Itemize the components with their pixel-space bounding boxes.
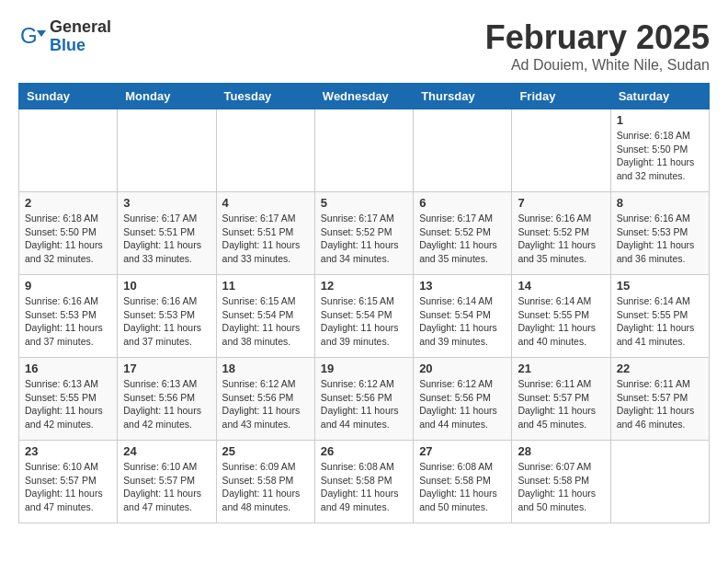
day-cell-2-5: 14Sunrise: 6:14 AM Sunset: 5:55 PM Dayli… — [512, 275, 610, 358]
day-cell-3-4: 20Sunrise: 6:12 AM Sunset: 5:56 PM Dayli… — [414, 358, 512, 441]
day-info: Sunrise: 6:18 AM Sunset: 5:50 PM Dayligh… — [25, 212, 111, 266]
day-info: Sunrise: 6:15 AM Sunset: 5:54 PM Dayligh… — [222, 294, 309, 349]
day-info: Sunrise: 6:17 AM Sunset: 5:51 PM Dayligh… — [222, 212, 309, 266]
day-number: 14 — [518, 279, 604, 293]
day-number: 21 — [518, 362, 604, 375]
day-cell-3-6: 22Sunrise: 6:11 AM Sunset: 5:57 PM Dayli… — [610, 358, 709, 441]
day-info: Sunrise: 6:11 AM Sunset: 5:57 PM Dayligh… — [518, 377, 604, 431]
day-info: Sunrise: 6:16 AM Sunset: 5:53 PM Dayligh… — [123, 294, 210, 349]
day-info: Sunrise: 6:14 AM Sunset: 5:55 PM Dayligh… — [617, 294, 703, 349]
day-cell-0-6: 1Sunrise: 6:18 AM Sunset: 5:50 PM Daylig… — [610, 109, 709, 192]
day-number: 22 — [617, 362, 703, 375]
day-cell-3-2: 18Sunrise: 6:12 AM Sunset: 5:56 PM Dayli… — [216, 358, 314, 441]
logo: G General Blue — [18, 18, 111, 55]
day-cell-1-2: 4Sunrise: 6:17 AM Sunset: 5:51 PM Daylig… — [216, 192, 314, 275]
day-info: Sunrise: 6:09 AM Sunset: 5:58 PM Dayligh… — [222, 460, 309, 514]
day-number: 20 — [419, 362, 506, 375]
day-info: Sunrise: 6:18 AM Sunset: 5:50 PM Dayligh… — [617, 129, 703, 183]
day-number: 13 — [419, 279, 506, 293]
day-info: Sunrise: 6:12 AM Sunset: 5:56 PM Dayligh… — [222, 377, 309, 431]
day-info: Sunrise: 6:16 AM Sunset: 5:52 PM Dayligh… — [518, 212, 604, 266]
day-cell-1-6: 8Sunrise: 6:16 AM Sunset: 5:53 PM Daylig… — [610, 192, 709, 275]
day-number: 4 — [222, 196, 309, 210]
day-cell-0-4 — [414, 109, 512, 192]
day-cell-2-4: 13Sunrise: 6:14 AM Sunset: 5:54 PM Dayli… — [414, 275, 512, 358]
week-row-0: 1Sunrise: 6:18 AM Sunset: 5:50 PM Daylig… — [19, 109, 710, 192]
day-number: 12 — [321, 279, 407, 293]
day-cell-0-1 — [118, 109, 216, 192]
day-cell-3-3: 19Sunrise: 6:12 AM Sunset: 5:56 PM Dayli… — [314, 358, 413, 441]
day-info: Sunrise: 6:16 AM Sunset: 5:53 PM Dayligh… — [25, 294, 111, 349]
day-cell-0-3 — [314, 109, 413, 192]
day-cell-2-1: 10Sunrise: 6:16 AM Sunset: 5:53 PM Dayli… — [118, 275, 216, 358]
day-number: 3 — [123, 196, 210, 210]
day-info: Sunrise: 6:08 AM Sunset: 5:58 PM Dayligh… — [321, 460, 407, 514]
day-info: Sunrise: 6:14 AM Sunset: 5:54 PM Dayligh… — [419, 294, 506, 349]
day-info: Sunrise: 6:10 AM Sunset: 5:57 PM Dayligh… — [25, 460, 111, 514]
week-row-2: 9Sunrise: 6:16 AM Sunset: 5:53 PM Daylig… — [19, 275, 710, 358]
day-info: Sunrise: 6:16 AM Sunset: 5:53 PM Dayligh… — [617, 212, 703, 266]
day-number: 11 — [222, 279, 309, 293]
day-info: Sunrise: 6:17 AM Sunset: 5:52 PM Dayligh… — [419, 212, 506, 266]
logo-icon: G — [18, 23, 46, 51]
location: Ad Douiem, White Nile, Sudan — [485, 57, 710, 74]
day-info: Sunrise: 6:07 AM Sunset: 5:58 PM Dayligh… — [518, 460, 604, 514]
day-cell-4-5: 28Sunrise: 6:07 AM Sunset: 5:58 PM Dayli… — [512, 441, 610, 523]
day-cell-3-5: 21Sunrise: 6:11 AM Sunset: 5:57 PM Dayli… — [512, 358, 610, 441]
day-cell-1-3: 5Sunrise: 6:17 AM Sunset: 5:52 PM Daylig… — [314, 192, 413, 275]
day-number: 24 — [123, 444, 210, 458]
month-title: February 2025 — [485, 18, 710, 57]
day-number: 10 — [123, 279, 210, 293]
day-cell-4-3: 26Sunrise: 6:08 AM Sunset: 5:58 PM Dayli… — [314, 441, 413, 523]
day-number: 27 — [419, 444, 506, 458]
day-cell-1-4: 6Sunrise: 6:17 AM Sunset: 5:52 PM Daylig… — [414, 192, 512, 275]
day-number: 5 — [321, 196, 407, 210]
day-info: Sunrise: 6:14 AM Sunset: 5:55 PM Dayligh… — [518, 294, 604, 349]
header-saturday: Saturday — [610, 84, 709, 109]
week-row-3: 16Sunrise: 6:13 AM Sunset: 5:55 PM Dayli… — [19, 358, 710, 441]
day-number: 9 — [25, 279, 111, 293]
day-number: 25 — [222, 444, 309, 458]
day-info: Sunrise: 6:13 AM Sunset: 5:56 PM Dayligh… — [123, 377, 210, 431]
day-info: Sunrise: 6:12 AM Sunset: 5:56 PM Dayligh… — [419, 377, 506, 431]
header-tuesday: Tuesday — [216, 84, 314, 109]
day-info: Sunrise: 6:08 AM Sunset: 5:58 PM Dayligh… — [419, 460, 506, 514]
day-cell-3-0: 16Sunrise: 6:13 AM Sunset: 5:55 PM Dayli… — [19, 358, 118, 441]
day-cell-2-0: 9Sunrise: 6:16 AM Sunset: 5:53 PM Daylig… — [19, 275, 118, 358]
day-cell-4-6 — [610, 441, 709, 523]
day-info: Sunrise: 6:15 AM Sunset: 5:54 PM Dayligh… — [321, 294, 407, 349]
logo-text: General Blue — [50, 18, 111, 55]
day-cell-2-2: 11Sunrise: 6:15 AM Sunset: 5:54 PM Dayli… — [216, 275, 314, 358]
day-number: 15 — [617, 279, 703, 293]
day-number: 8 — [617, 196, 703, 210]
day-info: Sunrise: 6:13 AM Sunset: 5:55 PM Dayligh… — [25, 377, 111, 431]
header-wednesday: Wednesday — [314, 84, 413, 109]
day-cell-2-6: 15Sunrise: 6:14 AM Sunset: 5:55 PM Dayli… — [610, 275, 709, 358]
day-number: 17 — [123, 362, 210, 375]
day-number: 19 — [321, 362, 407, 375]
day-cell-0-0 — [19, 109, 118, 192]
header-monday: Monday — [118, 84, 216, 109]
day-cell-0-5 — [512, 109, 610, 192]
header-sunday: Sunday — [19, 84, 118, 109]
day-number: 1 — [617, 113, 703, 127]
svg-text:G: G — [20, 23, 38, 48]
day-cell-2-3: 12Sunrise: 6:15 AM Sunset: 5:54 PM Dayli… — [314, 275, 413, 358]
day-number: 6 — [419, 196, 506, 210]
day-info: Sunrise: 6:11 AM Sunset: 5:57 PM Dayligh… — [617, 377, 703, 431]
day-number: 18 — [222, 362, 309, 375]
day-number: 23 — [25, 444, 111, 458]
week-row-4: 23Sunrise: 6:10 AM Sunset: 5:57 PM Dayli… — [19, 441, 710, 523]
day-number: 7 — [518, 196, 604, 210]
day-cell-4-4: 27Sunrise: 6:08 AM Sunset: 5:58 PM Dayli… — [414, 441, 512, 523]
day-number: 26 — [321, 444, 407, 458]
week-row-1: 2Sunrise: 6:18 AM Sunset: 5:50 PM Daylig… — [19, 192, 710, 275]
day-info: Sunrise: 6:17 AM Sunset: 5:51 PM Dayligh… — [123, 212, 210, 266]
day-number: 2 — [25, 196, 111, 210]
day-cell-4-1: 24Sunrise: 6:10 AM Sunset: 5:57 PM Dayli… — [118, 441, 216, 523]
day-info: Sunrise: 6:17 AM Sunset: 5:52 PM Dayligh… — [321, 212, 407, 266]
logo-general: General — [50, 18, 111, 37]
page-header: G General Blue February 2025 Ad Douiem, … — [18, 18, 710, 74]
logo-blue: Blue — [50, 37, 111, 55]
calendar-header-row: Sunday Monday Tuesday Wednesday Thursday… — [19, 84, 710, 109]
